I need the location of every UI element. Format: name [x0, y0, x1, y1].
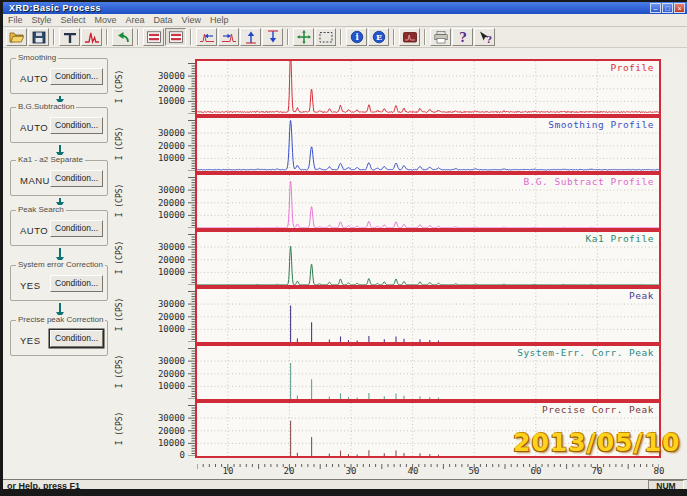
y-axis-minor-ticks	[188, 175, 195, 228]
panel-label-ka1-profile: Ka1 Profile	[586, 233, 654, 244]
y-tick-label: 10000	[133, 438, 185, 448]
toolbar-separator	[287, 29, 289, 45]
main-area: SmoothingAUTOCondition...B.G.Subtraction…	[3, 58, 687, 480]
step-title: Smoothing	[16, 53, 58, 62]
maximize-button[interactable]: □	[662, 3, 673, 13]
step-title: System error Correction	[16, 260, 105, 269]
condition-button-smoothing[interactable]: Condition...	[50, 68, 103, 85]
x-tick-label: 40	[401, 466, 425, 476]
y-tick-label: 30000	[133, 128, 185, 138]
step-precise-peak-correction: Precise peak CorrectionYESCondition...	[10, 320, 108, 356]
menu-bar: FileStyleSelectMoveAreaDataViewHelp	[3, 14, 687, 27]
step-peak-search: Peak SearchAUTOCondition...	[10, 210, 108, 246]
x-tick-label: 80	[647, 466, 671, 476]
y-axis-title: I (CPS)	[115, 59, 126, 115]
minimize-button[interactable]: –	[650, 3, 661, 13]
y-axis-title: I (CPS)	[115, 401, 126, 457]
condition-button-ka1-a2-separate[interactable]: Condition...	[50, 170, 103, 187]
toolbar-shift-down-button[interactable]	[262, 28, 283, 46]
menu-move[interactable]: Move	[95, 15, 117, 25]
toolbar-red-display-button[interactable]	[399, 28, 420, 46]
x-tick-label: 70	[585, 466, 609, 476]
x-tick-label: 20	[277, 466, 301, 476]
y-axis-title: I (CPS)	[115, 287, 126, 343]
plot-panel-ka1-profile: Ka1 Profile	[195, 230, 661, 287]
y-tick-label: 30000	[133, 242, 185, 252]
plot-panel-b-g-subtract-profile: B.G. Subtract Profile	[195, 173, 661, 230]
toolbar-separator	[393, 29, 395, 45]
toolbar-print-button[interactable]	[430, 28, 451, 46]
y-axis-title: I (CPS)	[115, 173, 126, 229]
toolbar-save-button[interactable]	[28, 28, 49, 46]
menu-help[interactable]: Help	[210, 15, 229, 25]
y-tick-label: 20000	[133, 369, 185, 379]
plot-panel-smoothing-profile: Smoothing Profile	[195, 116, 661, 173]
y-tick-label: 10000	[133, 267, 185, 277]
y-axis-title: I (CPS)	[115, 116, 126, 172]
help-icon: ?	[455, 30, 471, 44]
toolbar-peak-shift-right-button[interactable]	[218, 28, 239, 46]
condition-button-precise-peak-correction[interactable]: Condition...	[50, 330, 103, 347]
condition-button-peak-search[interactable]: Condition...	[50, 220, 103, 237]
condition-button-b-g-subtraction[interactable]: Condition...	[50, 117, 103, 134]
toolbar-profile-curve-button[interactable]	[81, 28, 102, 46]
toolbar-open-button[interactable]	[6, 28, 27, 46]
open-icon	[9, 30, 25, 44]
toolbar-axis-setup-button[interactable]	[59, 28, 80, 46]
red-display-icon	[402, 30, 418, 44]
toolbar-info-2-button[interactable]: E	[368, 28, 389, 46]
toolbar-separator	[106, 29, 108, 45]
y-tick-label: 10000	[133, 324, 185, 334]
title-bar: XRD:Basic Process –□×	[3, 2, 687, 14]
x-tick-label: 60	[524, 466, 548, 476]
y-axis-minor-ticks	[188, 232, 195, 285]
toolbar-context-help-button[interactable]: ?	[474, 28, 495, 46]
y-tick-label: 20000	[133, 426, 185, 436]
y-axis-minor-ticks	[188, 118, 195, 171]
y-axis-minor-ticks	[188, 61, 195, 114]
chart-area: Profile100002000030000I (CPS)Smoothing P…	[109, 58, 687, 480]
menu-select[interactable]: Select	[61, 15, 86, 25]
toolbar-rows-layout-button[interactable]	[143, 28, 164, 46]
step-smoothing: SmoothingAUTOCondition...	[10, 58, 108, 94]
menu-data[interactable]: Data	[154, 15, 173, 25]
toolbar-help-button[interactable]: ?	[452, 28, 473, 46]
svg-text:?: ?	[486, 34, 492, 44]
toolbar-rows-layout-active-button[interactable]	[165, 28, 186, 46]
toolbar-separator	[53, 29, 55, 45]
toolbar-shift-up-button[interactable]	[240, 28, 261, 46]
toolbar-select-area-button[interactable]	[315, 28, 336, 46]
y-tick-label: 30000	[133, 185, 185, 195]
info-1-icon: i	[349, 30, 365, 44]
window-title: XRD:Basic Process	[3, 3, 101, 13]
step-ka1-a2-separate: Ka1 - a2 SeparateMANUALCondition...	[10, 160, 108, 196]
status-message: or Help, press F1	[7, 481, 80, 489]
y-tick-label: 20000	[133, 84, 185, 94]
shift-down-icon	[265, 30, 281, 44]
y-tick-label: 10000	[133, 381, 185, 391]
photo-background: XRD:Basic Process –□× FileStyleSelectMov…	[0, 0, 687, 496]
menu-area[interactable]: Area	[126, 15, 145, 25]
menu-file[interactable]: File	[8, 15, 23, 25]
menu-view[interactable]: View	[182, 15, 201, 25]
panel-label-profile: Profile	[610, 62, 654, 73]
condition-button-system-error-correction[interactable]: Condition...	[50, 275, 103, 292]
x-axis-ticks	[197, 458, 659, 466]
panel-label-peak: Peak	[629, 290, 654, 301]
plot-panel-peak: Peak	[195, 287, 661, 344]
y-tick-label: 30000	[133, 356, 185, 366]
toolbar-undo-button[interactable]	[112, 28, 133, 46]
toolbar-separator	[340, 29, 342, 45]
y-tick-label: 30000	[133, 413, 185, 423]
close-button[interactable]: ×	[674, 3, 685, 13]
y-axis-minor-ticks	[188, 346, 195, 399]
menu-style[interactable]: Style	[32, 15, 52, 25]
select-area-icon	[318, 30, 334, 44]
panel-label-smoothing-profile: Smoothing Profile	[548, 119, 654, 130]
toolbar-info-1-button[interactable]: i	[346, 28, 367, 46]
toolbar-peak-shift-left-button[interactable]	[196, 28, 217, 46]
plot-panel-system-err-corr-peak: System-Err. Corr. Peak	[195, 344, 661, 401]
toolbar-move-cross-button[interactable]	[293, 28, 314, 46]
y-tick-label-zero: 0	[133, 450, 185, 460]
x-tick-label: 50	[462, 466, 486, 476]
